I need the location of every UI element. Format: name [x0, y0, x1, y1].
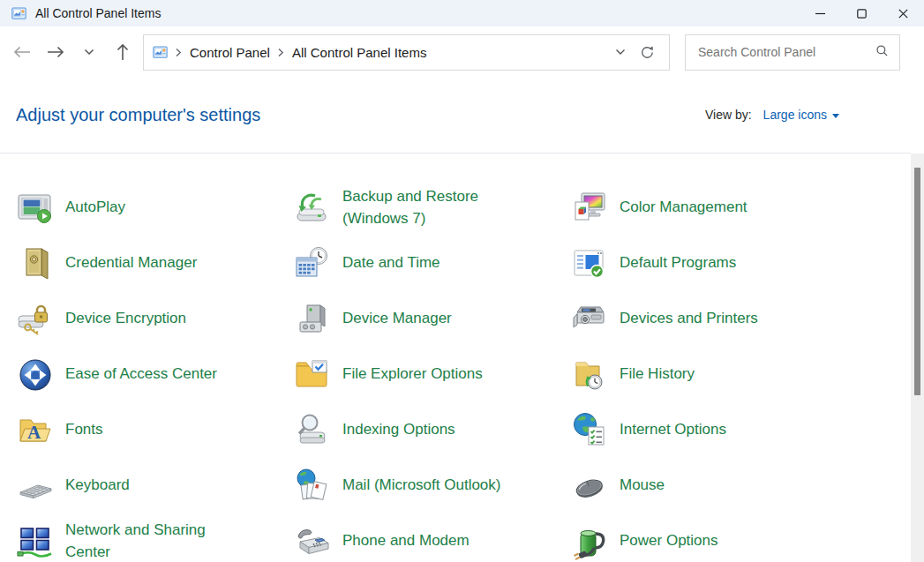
- mouse-icon: [570, 467, 609, 506]
- internet-options-icon: [570, 411, 609, 450]
- cpl-item-color-management[interactable]: Color Management: [570, 189, 847, 228]
- cpl-item-phone-modem[interactable]: Phone and Modem: [293, 522, 570, 561]
- devices-printers-icon: [570, 300, 609, 339]
- cpl-item-label: Default Programs: [620, 252, 736, 274]
- page-title: Adjust your computer's settings: [16, 105, 260, 125]
- date-time-icon: [293, 244, 332, 283]
- cpl-item-label: Device Manager: [342, 308, 452, 330]
- control-panel-icon: [11, 6, 26, 21]
- scrollbar-thumb[interactable]: [914, 168, 920, 395]
- minimize-button[interactable]: [800, 0, 841, 26]
- cpl-item-network-sharing[interactable]: Network and Sharing Center: [16, 520, 293, 562]
- cpl-item-label: Backup and Restore (Windows 7): [342, 186, 528, 229]
- file-explorer-options-icon: [293, 356, 332, 394]
- cpl-item-label: File Explorer Options: [342, 363, 483, 386]
- items-grid: AutoPlay Backup and Restore (Windows 7) …: [16, 180, 911, 562]
- items-panel: AutoPlay Backup and Restore (Windows 7) …: [0, 154, 911, 562]
- back-button[interactable]: [5, 35, 39, 69]
- breadcrumb-all-items[interactable]: All Control Panel Items: [292, 45, 427, 60]
- search-icon[interactable]: [875, 44, 889, 61]
- cpl-item-power-options[interactable]: Power Options: [570, 522, 847, 561]
- cpl-item-backup-restore[interactable]: Backup and Restore (Windows 7): [293, 186, 570, 229]
- cpl-item-fonts[interactable]: A Fonts: [16, 411, 293, 450]
- cpl-item-label: File History: [620, 363, 695, 386]
- address-bar[interactable]: Control Panel All Control Panel Items: [143, 34, 670, 71]
- cpl-item-default-programs[interactable]: Default Programs: [570, 244, 847, 283]
- cpl-item-label: Devices and Printers: [620, 308, 758, 330]
- indexing-options-icon: [293, 411, 332, 450]
- cpl-item-label: Credential Manager: [65, 252, 197, 274]
- cpl-item-date-time[interactable]: Date and Time: [293, 244, 570, 283]
- search-box[interactable]: [685, 34, 900, 71]
- network-sharing-icon: [16, 522, 55, 561]
- mail-icon: [293, 467, 332, 506]
- autoplay-icon: [16, 189, 55, 228]
- cpl-item-autoplay[interactable]: AutoPlay: [16, 189, 293, 228]
- cpl-item-device-encryption[interactable]: Device Encryption: [16, 300, 293, 339]
- keyboard-icon: [16, 467, 55, 506]
- cpl-item-label: Keyboard: [65, 475, 130, 497]
- cpl-item-label: Internet Options: [620, 419, 726, 441]
- view-by-dropdown[interactable]: Large icons: [763, 108, 839, 122]
- breadcrumb-control-panel[interactable]: Control Panel: [190, 45, 270, 60]
- cpl-item-label: Power Options: [620, 530, 718, 552]
- cpl-item-internet-options[interactable]: Internet Options: [570, 411, 847, 450]
- cpl-item-label: Color Management: [620, 197, 747, 219]
- navigation-bar: Control Panel All Control Panel Items: [0, 26, 924, 78]
- credential-manager-icon: [16, 244, 55, 283]
- power-options-icon: [570, 522, 609, 561]
- caret-down-icon: [832, 114, 839, 118]
- cpl-item-file-history[interactable]: File History: [570, 356, 847, 394]
- titlebar: All Control Panel Items: [0, 0, 924, 26]
- svg-text:A: A: [27, 422, 41, 443]
- vertical-scrollbar[interactable]: [911, 154, 924, 562]
- chevron-right-icon: [176, 48, 182, 57]
- cpl-item-label: Indexing Options: [342, 419, 455, 441]
- phone-modem-icon: [293, 522, 332, 561]
- cpl-item-ease-of-access[interactable]: Ease of Access Center: [16, 356, 293, 394]
- cpl-item-label: Phone and Modem: [342, 530, 470, 552]
- recent-pages-dropdown[interactable]: [72, 35, 106, 69]
- view-by-label: View by:: [705, 108, 752, 122]
- cpl-item-mouse[interactable]: Mouse: [570, 467, 847, 506]
- address-dropdown-icon[interactable]: [607, 36, 634, 68]
- cpl-item-label: Ease of Access Center: [65, 363, 217, 386]
- forward-button[interactable]: [39, 35, 72, 69]
- view-by-control: View by: Large icons: [705, 108, 839, 122]
- ease-of-access-icon: [16, 356, 55, 394]
- control-panel-icon: [153, 45, 168, 60]
- cpl-item-device-manager[interactable]: Device Manager: [293, 300, 570, 339]
- close-button[interactable]: [883, 0, 924, 26]
- cpl-item-credential-manager[interactable]: Credential Manager: [16, 244, 293, 283]
- cpl-item-label: Mail (Microsoft Outlook): [342, 475, 500, 497]
- backup-restore-icon: [293, 189, 332, 228]
- default-programs-icon: [570, 244, 609, 283]
- window-controls: [800, 0, 924, 26]
- maximize-button[interactable]: [841, 0, 883, 26]
- cpl-item-label: Device Encryption: [65, 308, 186, 330]
- search-input[interactable]: [696, 44, 875, 60]
- cpl-item-file-explorer-options[interactable]: File Explorer Options: [293, 356, 570, 394]
- cpl-item-label: Date and Time: [342, 252, 440, 274]
- file-history-icon: [570, 356, 609, 394]
- cpl-item-label: Fonts: [65, 419, 103, 441]
- cpl-item-devices-printers[interactable]: Devices and Printers: [570, 300, 847, 339]
- cpl-item-keyboard[interactable]: Keyboard: [16, 467, 293, 506]
- cpl-item-label: Network and Sharing Center: [65, 520, 251, 562]
- device-encryption-icon: [16, 300, 55, 339]
- cpl-item-mail[interactable]: Mail (Microsoft Outlook): [293, 467, 570, 506]
- color-management-icon: [570, 189, 609, 228]
- refresh-icon[interactable]: [634, 36, 660, 68]
- header-row: Adjust your computer's settings View by:…: [0, 78, 924, 152]
- cpl-item-label: AutoPlay: [65, 197, 125, 219]
- control-panel-window: All Control Panel Items: [0, 0, 924, 562]
- chevron-right-icon: [278, 48, 284, 57]
- window-title: All Control Panel Items: [35, 6, 161, 20]
- cpl-item-indexing-options[interactable]: Indexing Options: [293, 411, 570, 450]
- device-manager-icon: [293, 300, 332, 339]
- fonts-icon: A: [16, 411, 55, 450]
- up-button[interactable]: [106, 35, 139, 69]
- cpl-item-label: Mouse: [620, 475, 665, 497]
